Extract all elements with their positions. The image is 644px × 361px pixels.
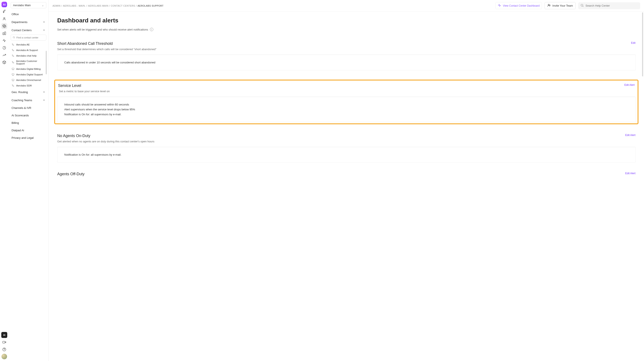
list-item-label: Aerolabs Ai Support <box>16 49 38 52</box>
nav-ai-scorecards[interactable]: Ai Scorecards <box>8 112 48 119</box>
svg-point-10 <box>548 4 549 5</box>
content-scrollbar-thumb[interactable] <box>642 12 643 76</box>
breadcrumb-segment[interactable]: ADMIN <box>52 4 60 7</box>
plus-icon[interactable]: ＋ <box>42 90 46 94</box>
card-text: Calls abandoned in under 10 seconds will… <box>64 61 628 64</box>
edit-link[interactable]: Edit <box>631 42 636 44</box>
activity-icon <box>498 4 501 8</box>
nav-departments[interactable]: Departments ＋ <box>8 18 48 26</box>
plus-icon[interactable]: ＋ <box>42 98 46 102</box>
list-item-label: Aerolabs Digital Billing <box>16 68 40 70</box>
edit-alert-link[interactable]: Edit Alert <box>625 134 636 137</box>
user-plus-icon <box>547 4 551 8</box>
scrollbar-thumb[interactable] <box>46 51 47 74</box>
svg-point-1 <box>4 26 5 27</box>
breadcrumb-segment[interactable]: AEROLABS - MAIN. <box>63 4 86 7</box>
svg-rect-9 <box>12 79 14 81</box>
nav-office[interactable]: Office <box>8 10 48 18</box>
contact-center-item[interactable]: Aerolabs AE <box>10 42 47 48</box>
nav-label: Geo. Routing <box>12 90 28 94</box>
phone-icon <box>12 54 14 57</box>
monitor-icon <box>12 78 14 82</box>
svg-rect-7 <box>12 68 14 70</box>
card-text: Inbound calls should be answered within … <box>64 103 628 106</box>
icon-rail: AI Ai <box>0 0 8 361</box>
breadcrumb-segment: AEROLABS SUPPORT <box>138 4 164 7</box>
section-agents-off: Agents Off-Duty Edit Alert <box>57 172 636 178</box>
sidebar: Aerolabs Main ⌄ Office Departments ＋ Con… <box>8 0 49 361</box>
list-item-label: Aerolabs Digital Support <box>16 73 43 76</box>
plus-icon[interactable]: ＋ <box>42 28 46 32</box>
phone-icon <box>12 43 14 46</box>
content: Dashboard and alerts Set when alerts wil… <box>49 12 644 361</box>
list-item-label: Aerolabs SDR <box>16 84 32 87</box>
contact-center-item[interactable]: Aerolabs Digital Billing <box>10 66 47 72</box>
list-item-label: Aerolabs Customer Support <box>16 60 46 65</box>
svg-point-0 <box>4 18 5 19</box>
section-desc: Get alerted when no agents are on duty d… <box>57 140 154 143</box>
buildings-icon[interactable] <box>1 30 7 36</box>
monitor-icon <box>12 68 14 70</box>
section-title: Agents Off-Duty <box>57 172 84 176</box>
help-search[interactable] <box>578 2 640 9</box>
nav-billing[interactable]: Billing <box>8 119 48 126</box>
contact-center-search-input[interactable] <box>16 36 44 39</box>
main: ADMIN/AEROLABS - MAIN./AEROLABS MAIN/CON… <box>49 0 644 361</box>
nav-contact-centers[interactable]: Contact Centers ＋ <box>8 26 48 34</box>
view-dashboard-label: View Contact Center Dashboard <box>503 4 540 7</box>
ai-badge-icon[interactable]: Ai <box>1 332 7 338</box>
trend-icon[interactable] <box>1 52 7 58</box>
avatar[interactable] <box>2 354 7 359</box>
card-text: Alert supervisors when the service level… <box>64 108 628 111</box>
breadcrumb-segment[interactable]: AEROLABS MAIN <box>88 4 108 7</box>
contact-center-item[interactable]: Aerolabs SDR <box>10 83 47 88</box>
contact-center-item[interactable]: Aerolabs Digital Support <box>10 72 47 77</box>
edit-alert-link[interactable]: Edit Alert <box>625 172 636 175</box>
brand-logo[interactable]: AI <box>2 2 7 7</box>
search-icon <box>12 36 15 40</box>
search-icon <box>580 4 584 8</box>
list-item-label: Aerolabs AE <box>16 43 30 46</box>
contact-center-search[interactable] <box>11 34 46 40</box>
section-title: Short Abandoned Call Threshold <box>57 42 156 46</box>
view-dashboard-link[interactable]: View Contact Center Dashboard <box>496 2 542 9</box>
person-icon[interactable] <box>1 16 7 22</box>
invite-team-button[interactable]: Invite Your Team <box>544 2 576 9</box>
nav-label: Departments <box>12 20 27 24</box>
breadcrumb-segment[interactable]: CONTACT CENTERS <box>111 4 135 7</box>
section-card: Inbound calls should be answered within … <box>57 97 636 122</box>
page-subtitle: Set when alerts will be triggered and wh… <box>57 28 148 31</box>
svg-rect-8 <box>12 74 14 75</box>
nav-channels-ivr[interactable]: Channels & IVR <box>8 104 48 112</box>
plus-icon[interactable]: ＋ <box>42 20 46 24</box>
contact-center-item[interactable]: Aerolabs Omnichannel <box>10 77 47 83</box>
rocket-icon[interactable] <box>1 8 7 14</box>
chevron-down-icon: ⌄ <box>42 4 44 7</box>
nav-dialpad-ai[interactable]: Dialpad Ai <box>8 126 48 134</box>
breadcrumb: ADMIN/AEROLABS - MAIN./AEROLABS MAIN/CON… <box>52 4 164 7</box>
phone-icon <box>12 49 14 52</box>
page-title: Dashboard and alerts <box>57 17 636 24</box>
cube-icon[interactable] <box>1 59 7 65</box>
breadcrumb-separator: / <box>86 4 87 7</box>
video-icon[interactable] <box>1 339 7 345</box>
help-search-input[interactable] <box>586 4 638 7</box>
page-subtitle-row: Set when alerts will be triggered and wh… <box>57 28 636 31</box>
edit-alert-link[interactable]: Edit Alert <box>624 84 634 86</box>
breadcrumb-separator: / <box>61 4 62 7</box>
contact-center-item[interactable]: Aerolabs Ai Support <box>10 48 47 53</box>
gear-icon[interactable] <box>1 23 7 29</box>
contact-center-item[interactable]: Aerolabs Customer Support <box>10 58 47 66</box>
nav-privacy-legal[interactable]: Privacy and Legal <box>8 134 48 142</box>
org-selector[interactable]: Aerolabs Main ⌄ <box>11 2 46 8</box>
section-title: No Agents On-Duty <box>57 134 154 138</box>
section-no-agents: No Agents On-Duty Get alerted when no ag… <box>57 134 636 162</box>
nav-coaching-teams[interactable]: Coaching Teams ＋ <box>8 96 48 104</box>
nav-geo-routing[interactable]: Geo. Routing ＋ <box>8 88 48 96</box>
history-icon[interactable] <box>1 45 7 51</box>
activity-icon[interactable] <box>1 38 7 44</box>
help-icon[interactable] <box>1 346 7 352</box>
invite-label: Invite Your Team <box>552 4 573 7</box>
contact-center-item[interactable]: Aerolabs chat help <box>10 53 47 58</box>
info-icon[interactable]: i <box>150 28 153 31</box>
